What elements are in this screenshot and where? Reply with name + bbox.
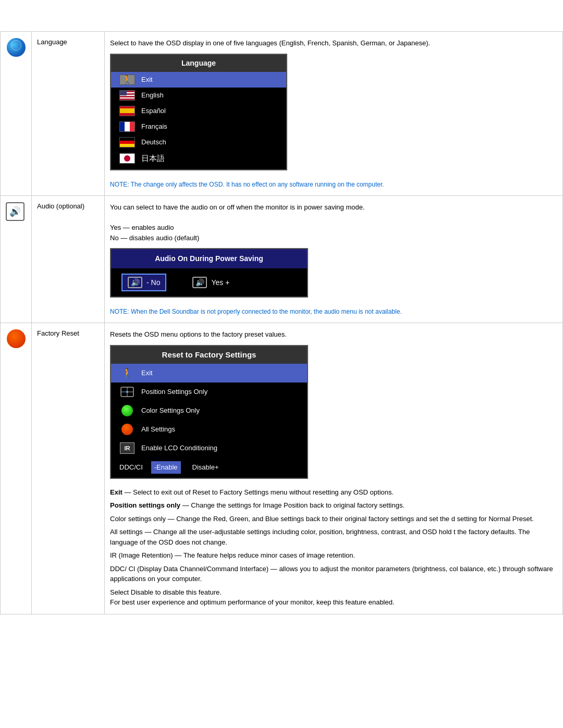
footer-disable-line1: Select Disable to disable this feature. [110,588,222,596]
footer-position-label: Position settings only [110,501,180,509]
reset-color-row[interactable]: Color Settings Only [111,401,307,420]
exit-flag: 🚶 [119,75,135,85]
footer-color: Color settings only — Change the Red, Gr… [110,514,557,524]
audio-row: 🔊 Audio (optional) You can select to hav… [1,196,563,323]
audio-osd-title: Audio On During Power Saving [111,249,307,268]
ir-box-icon: IR [120,442,134,454]
language-osd-title: Language [111,55,286,72]
ddc-row: DDC/CI -Enable Disable+ [111,459,307,478]
footer-ddc: DDC/ CI (Display Data Channel/Command In… [110,564,557,584]
osd-french-label: Français [141,121,167,132]
fr-flag [119,121,135,132]
osd-exit-row[interactable]: 🚶 Exit [111,72,286,88]
audio-osd: Audio On During Power Saving 🔊 - No 🔊 Ye… [110,248,308,298]
reset-position-label: Position Settings Only [141,387,207,397]
ddc-disable-btn[interactable]: Disable+ [189,461,222,474]
reset-color-icon [119,404,135,417]
audio-content: You can select to have the audio on or o… [105,196,563,323]
audio-desc-no: No — disables audio (default) [110,233,557,243]
footer-ddc-text: DDC/ CI (Display Data Channel/Command In… [110,565,553,583]
reset-exit-row[interactable]: 🚶 Exit [111,364,307,382]
footer-color-text: Color settings only — Change the Red, Gr… [110,515,534,523]
reset-lcd-row[interactable]: IR Enable LCD Conditioning [111,439,307,458]
footer-disable: Select Disable to disable this feature. … [110,587,557,608]
reset-exit-icon: 🚶 [119,367,135,379]
reset-all-row[interactable]: All Settings [111,420,307,439]
reset-all-icon [119,423,135,436]
audio-no-button[interactable]: 🔊 - No [121,274,166,291]
osd-japanese-label: 日本語 [141,153,165,165]
osd-spanish-row[interactable]: Español [111,103,286,119]
orange-dot-icon [121,424,133,435]
osd-french-row[interactable]: Français [111,119,286,134]
factory-reset-content: Resets the OSD menu options to the facto… [105,323,563,614]
language-description: Select to have the OSD display in one of… [110,38,557,48]
audio-label: Audio (optional) [37,202,84,210]
audio-desc-line1: You can select to have the audio on or o… [110,202,557,213]
audio-speaker-icon: 🔊 [6,202,25,221]
factory-reset-row: Factory Reset Resets the OSD menu option… [1,323,563,614]
audio-label-cell: Audio (optional) [32,196,105,323]
osd-english-row[interactable]: English [111,88,286,103]
factory-reset-label: Factory Reset [37,329,79,337]
osd-english-label: English [141,90,164,101]
footer-position-text: — Change the settings for Image Position… [180,501,405,509]
footer-ir-text: IR (Image Retention) — The feature helps… [110,551,355,559]
reset-color-label: Color Settings Only [141,405,200,416]
audio-desc-yes: Yes — enables audio [110,223,557,233]
factory-reset-label-cell: Factory Reset [32,323,105,614]
speaker-yes-icon: 🔊 [192,277,207,288]
factory-reset-icon-cell [1,323,32,614]
footer-all: All settings — Change all the user-adjus… [110,527,557,547]
reset-exit-label: Exit [141,368,153,378]
audio-yes-button[interactable]: 🔊 Yes + [187,275,235,290]
globe-icon [7,38,26,57]
reset-all-label: All Settings [141,424,175,435]
audio-icon-cell: 🔊 [1,196,32,323]
ddc-enable-btn[interactable]: -Enable [151,461,181,474]
footer-ir: IR (Image Retention) — The feature helps… [110,550,557,561]
osd-spanish-label: Español [141,106,166,116]
language-label-cell: Language [32,32,105,196]
footer-exit-label: Exit [110,488,123,496]
footer-exit-text: — Select to exit out of Reset to Factory… [123,488,394,496]
language-note: NOTE: The change only affects the OSD. I… [110,180,557,189]
language-icon-cell [1,32,32,196]
position-settings-svg [120,386,134,398]
jp-flag [119,153,135,164]
es-flag [119,106,135,116]
footer-exit: Exit — Select to exit out of Reset to Fa… [110,487,557,498]
green-dot-icon [121,405,133,416]
footer-all-text: All settings — Change all the user-adjus… [110,528,530,546]
language-content: Select to have the OSD display in one of… [105,32,563,196]
footer-disable-line2: For best user experience and optimum per… [110,598,395,606]
language-label: Language [37,38,67,46]
reset-osd-title: Reset to Factory Settings [111,346,307,364]
audio-no-label: - No [146,277,160,288]
orange-circle-icon [7,329,26,348]
language-osd: Language 🚶 Exit English Español [110,54,287,171]
audio-note: NOTE: When the Dell Soundbar is not prop… [110,307,557,316]
reset-position-row[interactable]: Position Settings Only [111,382,307,401]
audio-osd-row: 🔊 - No 🔊 Yes + [111,268,307,297]
reset-lcd-icon: IR [119,442,135,454]
exit-person-icon: 🚶 [122,75,132,85]
speaker-no-icon: 🔊 [128,277,142,288]
osd-german-row[interactable]: Deutsch [111,134,286,150]
us-flag [119,90,135,101]
footer-position: Position settings only — Change the sett… [110,500,557,511]
de-flag [119,137,135,147]
exit-figure-icon: 🚶 [121,366,133,380]
ddc-label: DDC/CI [119,462,143,473]
factory-reset-description: Resets the OSD menu options to the facto… [110,329,557,340]
osd-german-label: Deutsch [141,137,166,147]
osd-japanese-row[interactable]: 日本語 [111,150,286,170]
reset-position-icon [119,386,135,398]
main-content-table: Language Select to have the OSD display … [0,31,563,614]
svg-point-3 [126,391,128,393]
osd-exit-label: Exit [141,75,153,85]
reset-osd: Reset to Factory Settings 🚶 Exit [110,345,308,479]
audio-yes-label: Yes + [211,277,229,288]
reset-lcd-label: Enable LCD Conditioning [141,443,217,453]
language-row: Language Select to have the OSD display … [1,32,563,196]
